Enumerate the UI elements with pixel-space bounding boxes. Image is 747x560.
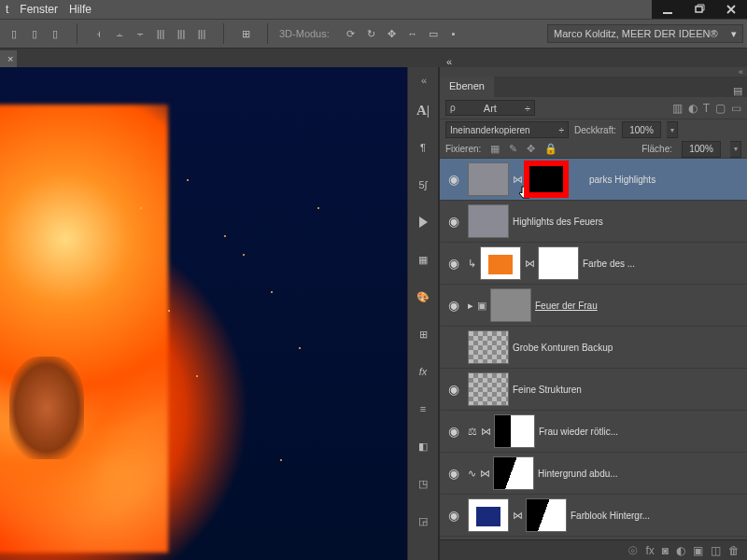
- close-button[interactable]: [715, 0, 747, 19]
- visibility-toggle[interactable]: ◉: [444, 382, 464, 397]
- paragraph-panel-icon[interactable]: ¶: [412, 136, 434, 159]
- layer-row[interactable]: ◉Feine Strukturen: [440, 369, 747, 411]
- distribute-icon[interactable]: ⫟: [130, 23, 150, 44]
- layer-mask-thumbnail[interactable]: [526, 162, 567, 196]
- group-expand-icon[interactable]: ▸: [468, 300, 473, 312]
- zoom-icon[interactable]: ▭: [423, 23, 444, 44]
- workspace-dropdown[interactable]: Marco Kolditz, MEER DER IDEEN® ▾: [547, 24, 743, 43]
- new-group-icon[interactable]: ▣: [693, 544, 703, 557]
- layer-row[interactable]: ◉∿⋈Hintergrund abdu...: [440, 453, 747, 495]
- distribute-icon[interactable]: |||: [150, 23, 171, 44]
- layer-mask-thumbnail[interactable]: [494, 414, 535, 448]
- lock-transparency-icon[interactable]: ▦: [490, 143, 500, 155]
- layer-name[interactable]: Grobe Konturen Backup: [513, 343, 613, 353]
- visibility-toggle[interactable]: ◉: [444, 424, 464, 439]
- layer-row[interactable]: ◉⚖⋈Frau wieder rötlic...: [440, 411, 747, 453]
- link-layers-icon[interactable]: ⦾: [628, 544, 638, 557]
- layer-name[interactable]: Hintergrund abdu...: [538, 469, 618, 479]
- visibility-toggle[interactable]: ◉: [444, 298, 464, 313]
- distribute-icon[interactable]: |||: [191, 23, 212, 44]
- layer-filter-dropdown[interactable]: ρ Art ÷: [445, 100, 535, 116]
- slide-icon[interactable]: ↔: [402, 23, 423, 44]
- layer-name[interactable]: parks Highlights: [589, 175, 655, 185]
- layer-thumbnail[interactable]: [468, 204, 509, 238]
- layer-thumbnail[interactable]: [490, 288, 531, 322]
- mask-link-icon[interactable]: ⋈: [480, 468, 489, 480]
- channels-panel-icon[interactable]: ⊞: [412, 323, 434, 345]
- filter-text-icon[interactable]: T: [703, 102, 710, 115]
- info-panel-icon[interactable]: ◲: [412, 510, 434, 532]
- fill-stepper[interactable]: ▾: [730, 141, 741, 158]
- document-tab[interactable]: ×: [0, 50, 17, 67]
- layer-thumbnail[interactable]: [468, 162, 509, 196]
- distribute-icon[interactable]: |||: [171, 23, 191, 44]
- orbit-icon[interactable]: ⟳: [341, 23, 361, 44]
- layer-row[interactable]: ◉Highlights des Feuers: [440, 201, 747, 243]
- layercomps-panel-icon[interactable]: ◧: [412, 435, 434, 457]
- distribute-icon[interactable]: ⫠: [109, 23, 130, 44]
- roll-icon[interactable]: ↻: [361, 23, 382, 44]
- layer-thumbnail[interactable]: [468, 498, 509, 532]
- blend-mode-dropdown[interactable]: Ineinanderkopieren ÷: [445, 121, 569, 138]
- layer-row[interactable]: ◉▸▣Feuer der Frau: [440, 285, 747, 327]
- layer-row[interactable]: ◉↳⋈Farbe des ...: [440, 243, 747, 285]
- mask-link-icon[interactable]: ⋈: [525, 258, 534, 270]
- visibility-toggle[interactable]: ◉: [444, 172, 464, 187]
- expand-icon[interactable]: «: [421, 75, 438, 84]
- opacity-field[interactable]: 100%: [622, 121, 661, 138]
- pan-icon[interactable]: ✥: [382, 23, 402, 44]
- panel-menu-icon[interactable]: ▤: [728, 85, 747, 97]
- camera-icon[interactable]: ▪: [444, 23, 464, 44]
- restore-button[interactable]: [684, 0, 715, 19]
- layer-mask-thumbnail[interactable]: [493, 456, 534, 490]
- layer-name[interactable]: Feine Strukturen: [513, 385, 582, 395]
- visibility-toggle[interactable]: ◉: [444, 256, 464, 271]
- filter-adjust-icon[interactable]: ◐: [688, 102, 698, 115]
- layer-row[interactable]: Grobe Konturen Backup: [440, 327, 747, 369]
- layer-name[interactable]: Highlights des Feuers: [513, 217, 603, 227]
- filter-pixel-icon[interactable]: ▥: [672, 102, 683, 115]
- menu-item-help[interactable]: Hilfe: [69, 3, 92, 16]
- layer-thumbnail[interactable]: [480, 246, 521, 280]
- opacity-stepper[interactable]: ▾: [667, 121, 678, 138]
- minimize-button[interactable]: [652, 0, 684, 19]
- autoalign-icon[interactable]: ⊞: [235, 23, 256, 44]
- align-icon[interactable]: ▯: [24, 23, 45, 44]
- mask-link-icon[interactable]: ⋈: [481, 426, 490, 438]
- visibility-toggle[interactable]: ◉: [444, 214, 464, 229]
- panel-flyout-icon[interactable]: «: [739, 67, 743, 77]
- lock-paint-icon[interactable]: ✎: [509, 143, 517, 155]
- menu-item[interactable]: t: [6, 3, 8, 16]
- new-adjustment-icon[interactable]: ◐: [676, 544, 685, 557]
- layer-mask-thumbnail[interactable]: [538, 246, 579, 280]
- layer-row[interactable]: ◉⋈Farblook Hintergr...: [440, 495, 747, 537]
- tab-close-icon[interactable]: ×: [7, 53, 13, 64]
- panel-collapse-icon[interactable]: «: [441, 56, 458, 67]
- layer-name[interactable]: Farblook Hintergr...: [571, 511, 650, 521]
- lock-move-icon[interactable]: ✥: [527, 143, 535, 155]
- history-panel-icon[interactable]: ≡: [412, 398, 434, 420]
- align-icon[interactable]: ▯: [45, 23, 65, 44]
- swatches-panel-icon[interactable]: ▦: [412, 248, 434, 271]
- filter-shape-icon[interactable]: ▢: [715, 102, 726, 115]
- mask-link-icon[interactable]: ⋈: [513, 174, 522, 186]
- layer-thumbnail[interactable]: [468, 372, 509, 406]
- visibility-toggle[interactable]: ◉: [444, 466, 464, 481]
- visibility-toggle[interactable]: ◉: [444, 508, 464, 523]
- document-canvas[interactable]: [0, 67, 407, 560]
- layer-name[interactable]: Farbe des ...: [583, 259, 635, 269]
- lock-all-icon[interactable]: 🔒: [544, 143, 557, 155]
- layer-name[interactable]: Feuer der Frau: [535, 301, 598, 311]
- mask-link-icon[interactable]: ⋈: [513, 510, 522, 522]
- layer-name[interactable]: Frau wieder rötlic...: [539, 427, 618, 437]
- color-panel-icon[interactable]: 🎨: [412, 286, 434, 308]
- menu-item-window[interactable]: Fenster: [20, 3, 58, 16]
- add-mask-icon[interactable]: ◙: [662, 544, 669, 557]
- properties-panel-icon[interactable]: ◳: [412, 472, 434, 495]
- fill-field[interactable]: 100%: [682, 141, 721, 158]
- brush-panel-icon[interactable]: 5∫: [412, 174, 434, 196]
- new-layer-icon[interactable]: ◫: [711, 544, 721, 557]
- layer-row[interactable]: ◉⋈ parks Highlights: [440, 159, 747, 201]
- styles-panel-icon[interactable]: fx: [412, 360, 434, 383]
- filter-smart-icon[interactable]: ▭: [731, 102, 741, 115]
